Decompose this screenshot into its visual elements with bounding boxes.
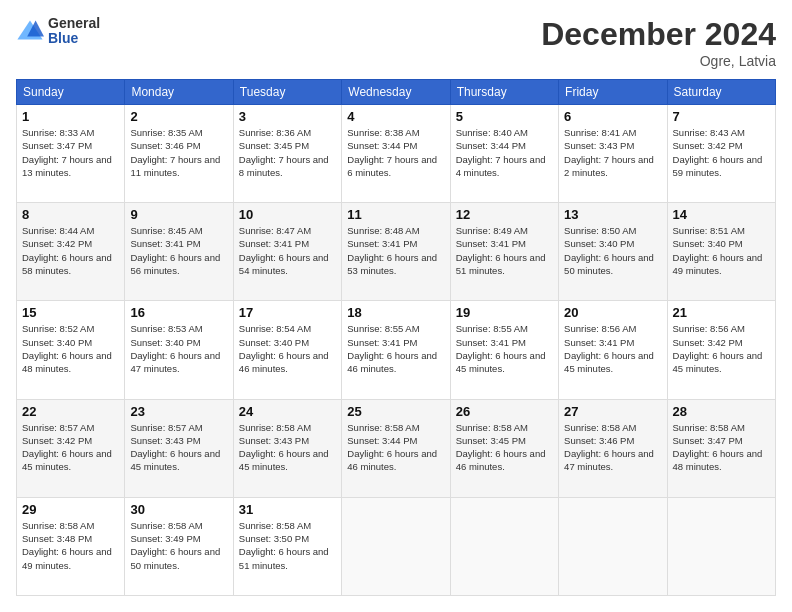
day-number: 6: [564, 109, 661, 124]
day-number: 5: [456, 109, 553, 124]
logo-blue: Blue: [48, 31, 100, 46]
day-number: 27: [564, 404, 661, 419]
day-detail: Sunrise: 8:36 AMSunset: 3:45 PMDaylight:…: [239, 127, 329, 178]
calendar-cell: 19 Sunrise: 8:55 AMSunset: 3:41 PMDaylig…: [450, 301, 558, 399]
day-detail: Sunrise: 8:55 AMSunset: 3:41 PMDaylight:…: [456, 323, 546, 374]
day-detail: Sunrise: 8:58 AMSunset: 3:43 PMDaylight:…: [239, 422, 329, 473]
day-detail: Sunrise: 8:43 AMSunset: 3:42 PMDaylight:…: [673, 127, 763, 178]
day-number: 31: [239, 502, 336, 517]
day-detail: Sunrise: 8:58 AMSunset: 3:47 PMDaylight:…: [673, 422, 763, 473]
day-number: 24: [239, 404, 336, 419]
calendar-cell: 20 Sunrise: 8:56 AMSunset: 3:41 PMDaylig…: [559, 301, 667, 399]
calendar-cell: 26 Sunrise: 8:58 AMSunset: 3:45 PMDaylig…: [450, 399, 558, 497]
calendar-cell: 4 Sunrise: 8:38 AMSunset: 3:44 PMDayligh…: [342, 105, 450, 203]
day-detail: Sunrise: 8:51 AMSunset: 3:40 PMDaylight:…: [673, 225, 763, 276]
day-number: 1: [22, 109, 119, 124]
calendar-cell: 13 Sunrise: 8:50 AMSunset: 3:40 PMDaylig…: [559, 203, 667, 301]
calendar-cell: 24 Sunrise: 8:58 AMSunset: 3:43 PMDaylig…: [233, 399, 341, 497]
day-number: 22: [22, 404, 119, 419]
header-wednesday: Wednesday: [342, 80, 450, 105]
calendar-cell: 12 Sunrise: 8:49 AMSunset: 3:41 PMDaylig…: [450, 203, 558, 301]
calendar-cell: [667, 497, 775, 595]
day-number: 2: [130, 109, 227, 124]
calendar-cell: 21 Sunrise: 8:56 AMSunset: 3:42 PMDaylig…: [667, 301, 775, 399]
calendar-week-2: 8 Sunrise: 8:44 AMSunset: 3:42 PMDayligh…: [17, 203, 776, 301]
day-detail: Sunrise: 8:57 AMSunset: 3:43 PMDaylight:…: [130, 422, 220, 473]
calendar-cell: 23 Sunrise: 8:57 AMSunset: 3:43 PMDaylig…: [125, 399, 233, 497]
calendar-cell: 30 Sunrise: 8:58 AMSunset: 3:49 PMDaylig…: [125, 497, 233, 595]
day-number: 8: [22, 207, 119, 222]
day-detail: Sunrise: 8:50 AMSunset: 3:40 PMDaylight:…: [564, 225, 654, 276]
header-sunday: Sunday: [17, 80, 125, 105]
day-number: 13: [564, 207, 661, 222]
day-number: 28: [673, 404, 770, 419]
day-number: 25: [347, 404, 444, 419]
day-detail: Sunrise: 8:55 AMSunset: 3:41 PMDaylight:…: [347, 323, 437, 374]
day-detail: Sunrise: 8:58 AMSunset: 3:44 PMDaylight:…: [347, 422, 437, 473]
day-number: 29: [22, 502, 119, 517]
day-number: 23: [130, 404, 227, 419]
calendar-cell: 31 Sunrise: 8:58 AMSunset: 3:50 PMDaylig…: [233, 497, 341, 595]
header-monday: Monday: [125, 80, 233, 105]
day-detail: Sunrise: 8:58 AMSunset: 3:49 PMDaylight:…: [130, 520, 220, 571]
calendar-cell: 14 Sunrise: 8:51 AMSunset: 3:40 PMDaylig…: [667, 203, 775, 301]
calendar-week-3: 15 Sunrise: 8:52 AMSunset: 3:40 PMDaylig…: [17, 301, 776, 399]
day-detail: Sunrise: 8:35 AMSunset: 3:46 PMDaylight:…: [130, 127, 220, 178]
calendar-cell: [342, 497, 450, 595]
day-detail: Sunrise: 8:56 AMSunset: 3:42 PMDaylight:…: [673, 323, 763, 374]
calendar-week-5: 29 Sunrise: 8:58 AMSunset: 3:48 PMDaylig…: [17, 497, 776, 595]
calendar-cell: 10 Sunrise: 8:47 AMSunset: 3:41 PMDaylig…: [233, 203, 341, 301]
day-detail: Sunrise: 8:53 AMSunset: 3:40 PMDaylight:…: [130, 323, 220, 374]
day-number: 12: [456, 207, 553, 222]
calendar-cell: 7 Sunrise: 8:43 AMSunset: 3:42 PMDayligh…: [667, 105, 775, 203]
calendar-cell: [559, 497, 667, 595]
day-detail: Sunrise: 8:40 AMSunset: 3:44 PMDaylight:…: [456, 127, 546, 178]
day-number: 18: [347, 305, 444, 320]
day-number: 30: [130, 502, 227, 517]
day-detail: Sunrise: 8:44 AMSunset: 3:42 PMDaylight:…: [22, 225, 112, 276]
calendar-cell: 17 Sunrise: 8:54 AMSunset: 3:40 PMDaylig…: [233, 301, 341, 399]
day-number: 15: [22, 305, 119, 320]
header-tuesday: Tuesday: [233, 80, 341, 105]
day-number: 9: [130, 207, 227, 222]
day-detail: Sunrise: 8:47 AMSunset: 3:41 PMDaylight:…: [239, 225, 329, 276]
day-detail: Sunrise: 8:38 AMSunset: 3:44 PMDaylight:…: [347, 127, 437, 178]
day-detail: Sunrise: 8:33 AMSunset: 3:47 PMDaylight:…: [22, 127, 112, 178]
month-title: December 2024: [541, 16, 776, 53]
calendar-cell: 15 Sunrise: 8:52 AMSunset: 3:40 PMDaylig…: [17, 301, 125, 399]
day-number: 7: [673, 109, 770, 124]
day-detail: Sunrise: 8:41 AMSunset: 3:43 PMDaylight:…: [564, 127, 654, 178]
day-detail: Sunrise: 8:58 AMSunset: 3:48 PMDaylight:…: [22, 520, 112, 571]
day-number: 3: [239, 109, 336, 124]
calendar-cell: 16 Sunrise: 8:53 AMSunset: 3:40 PMDaylig…: [125, 301, 233, 399]
header-friday: Friday: [559, 80, 667, 105]
header: General Blue December 2024 Ogre, Latvia: [16, 16, 776, 69]
calendar-table: Sunday Monday Tuesday Wednesday Thursday…: [16, 79, 776, 596]
header-thursday: Thursday: [450, 80, 558, 105]
day-number: 10: [239, 207, 336, 222]
calendar-cell: 29 Sunrise: 8:58 AMSunset: 3:48 PMDaylig…: [17, 497, 125, 595]
logo-general: General: [48, 16, 100, 31]
day-number: 17: [239, 305, 336, 320]
location: Ogre, Latvia: [541, 53, 776, 69]
header-saturday: Saturday: [667, 80, 775, 105]
calendar-cell: 28 Sunrise: 8:58 AMSunset: 3:47 PMDaylig…: [667, 399, 775, 497]
calendar-cell: 18 Sunrise: 8:55 AMSunset: 3:41 PMDaylig…: [342, 301, 450, 399]
logo-icon: [16, 17, 44, 45]
calendar-cell: 11 Sunrise: 8:48 AMSunset: 3:41 PMDaylig…: [342, 203, 450, 301]
day-number: 26: [456, 404, 553, 419]
calendar-cell: 5 Sunrise: 8:40 AMSunset: 3:44 PMDayligh…: [450, 105, 558, 203]
calendar-week-4: 22 Sunrise: 8:57 AMSunset: 3:42 PMDaylig…: [17, 399, 776, 497]
calendar-cell: 6 Sunrise: 8:41 AMSunset: 3:43 PMDayligh…: [559, 105, 667, 203]
day-detail: Sunrise: 8:54 AMSunset: 3:40 PMDaylight:…: [239, 323, 329, 374]
calendar-cell: 25 Sunrise: 8:58 AMSunset: 3:44 PMDaylig…: [342, 399, 450, 497]
day-detail: Sunrise: 8:48 AMSunset: 3:41 PMDaylight:…: [347, 225, 437, 276]
day-number: 21: [673, 305, 770, 320]
logo-text: General Blue: [48, 16, 100, 47]
day-number: 16: [130, 305, 227, 320]
day-detail: Sunrise: 8:58 AMSunset: 3:50 PMDaylight:…: [239, 520, 329, 571]
title-area: December 2024 Ogre, Latvia: [541, 16, 776, 69]
day-detail: Sunrise: 8:45 AMSunset: 3:41 PMDaylight:…: [130, 225, 220, 276]
calendar-cell: [450, 497, 558, 595]
day-detail: Sunrise: 8:49 AMSunset: 3:41 PMDaylight:…: [456, 225, 546, 276]
